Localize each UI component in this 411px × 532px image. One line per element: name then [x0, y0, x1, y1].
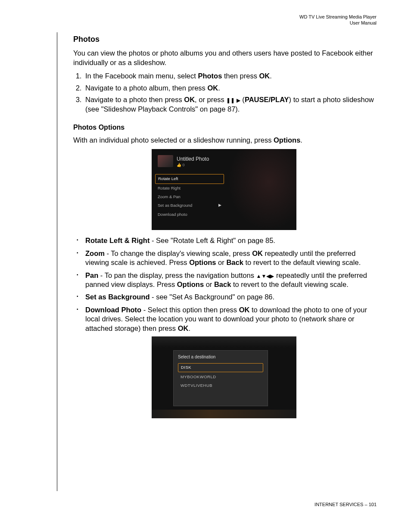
text: to revert to the default viewing scale. — [231, 280, 348, 288]
bullet-zoom: Zoom - To change the display's viewing s… — [73, 249, 375, 268]
menu-item-label: Set as Background — [158, 203, 192, 208]
text: In the Facebook main menu, select — [85, 72, 198, 80]
bullet-download-photo: Download Photo - Select this option then… — [73, 305, 375, 333]
text: Navigate to a photo then press — [85, 96, 184, 103]
panel-title: Select a destination — [174, 351, 268, 362]
footer-page-number: 101 — [369, 502, 377, 507]
page-footer: INTERNET SERVICES – 101 — [314, 502, 377, 507]
photo-meta: 👍 0 — [177, 163, 185, 168]
step-2: Navigate to a photo album, then press OK… — [84, 84, 375, 93]
photo-title: Untitled Photo — [177, 156, 209, 163]
bold-ok: OK — [178, 324, 189, 332]
chevron-right-icon: ▶ — [218, 203, 221, 208]
menu-item-rotate-left[interactable]: Rotate Left — [155, 174, 224, 184]
options-description-list: Rotate Left & Right - See "Rotate Left &… — [73, 236, 375, 333]
doc-product: WD TV Live Streaming Media Player — [299, 14, 377, 20]
pause-play-icon: ❚❚ ▶ — [226, 97, 240, 104]
step-1: In the Facebook main menu, select Photos… — [84, 72, 375, 81]
bold-options: Options — [177, 280, 204, 288]
text: or — [216, 258, 227, 266]
destination-item-disk[interactable]: DISK — [178, 363, 263, 372]
section-heading-photos: Photos — [73, 34, 375, 44]
bold-ok: OK — [184, 96, 195, 103]
screenshot-bottom-strip — [152, 410, 296, 418]
destination-item-mybookworld[interactable]: MYBOOKWORLD — [178, 373, 263, 381]
bold-photos: Photos — [198, 72, 222, 80]
text: - See "Rotate Left & Right" on page 85. — [149, 236, 275, 244]
text: . — [218, 84, 220, 92]
text: . — [270, 72, 272, 80]
bullet-set-background: Set as Background - see "Set As Backgrou… — [73, 292, 375, 302]
menu-item-zoom-pan[interactable]: Zoom & Pan — [155, 193, 224, 201]
screenshot-topbar — [152, 336, 296, 348]
footer-section: INTERNET SERVICES — [314, 502, 363, 507]
bold-ok: OK — [239, 306, 250, 314]
bullet-title: Rotate Left & Right — [85, 236, 149, 244]
text: - To change the display's viewing scale,… — [105, 249, 252, 257]
text: . — [188, 324, 190, 332]
options-intro: With an individual photo selected or a s… — [73, 136, 375, 145]
text: to revert to the default viewing scale. — [243, 258, 361, 266]
bullet-title: Zoom — [85, 249, 105, 257]
subheading-photos-options: Photos Options — [73, 123, 375, 132]
nav-arrows-icon: ▲▼◀▶ — [256, 273, 274, 280]
bullet-title: Download Photo — [85, 306, 141, 314]
screenshot-options-menu: Untitled Photo 👍 0 Rotate Left Rotate Ri… — [152, 149, 296, 230]
text: - To pan the display, press the navigati… — [98, 271, 256, 279]
options-menu: Rotate Left Rotate Right Zoom & Pan Set … — [155, 174, 224, 219]
bullet-title: Set as Background — [85, 293, 149, 301]
text: - Select this option then press — [141, 306, 239, 314]
text: or — [204, 280, 214, 288]
screenshot-background — [227, 149, 296, 230]
steps-list: In the Facebook main menu, select Photos… — [73, 72, 375, 114]
step-3: Navigate to a photo then press OK, or pr… — [84, 95, 375, 114]
bullet-rotate: Rotate Left & Right - See "Rotate Left &… — [73, 236, 375, 245]
text: - see "Set As Background" on page 86. — [149, 293, 274, 301]
page-content: Photos You can view the photos or photo … — [73, 34, 375, 418]
footer-sep: – — [363, 502, 368, 507]
bold-ok: OK — [259, 72, 270, 80]
bold-pauseplay: PAUSE/PLAY — [245, 96, 289, 103]
intro-paragraph: You can view the photos or photo albums … — [73, 49, 375, 67]
doc-subtitle: User Manual — [299, 20, 377, 26]
bold-ok: OK — [207, 84, 218, 92]
destination-panel: Select a destination DISK MYBOOKWORLD WD… — [173, 350, 268, 406]
screenshot-select-destination: Select a destination DISK MYBOOKWORLD WD… — [152, 336, 296, 418]
photo-thumbnail — [158, 155, 173, 167]
bullet-pan: Pan - To pan the display, press the navi… — [73, 271, 375, 289]
text: Navigate to a photo album, then press — [85, 84, 207, 92]
text: With an individual photo selected or a s… — [73, 136, 274, 144]
bold-ok: OK — [252, 249, 263, 257]
text: ( — [240, 96, 245, 103]
bullet-title: Pan — [85, 271, 98, 279]
text: , or press — [195, 96, 226, 103]
bold-options: Options — [274, 136, 300, 144]
bold-back: Back — [226, 258, 243, 266]
menu-item-rotate-right[interactable]: Rotate Right — [155, 184, 224, 193]
text: . — [300, 136, 302, 144]
vertical-rule — [57, 32, 57, 491]
text: then press — [222, 72, 259, 80]
doc-header: WD TV Live Streaming Media Player User M… — [299, 14, 377, 26]
bold-options: Options — [189, 258, 216, 266]
destination-item-wdtvlivehub[interactable]: WDTVLIVEHUB — [178, 382, 263, 389]
menu-item-download-photo[interactable]: Download photo — [155, 210, 224, 219]
menu-item-set-background[interactable]: Set as Background ▶ — [155, 201, 224, 210]
bold-back: Back — [214, 280, 231, 288]
